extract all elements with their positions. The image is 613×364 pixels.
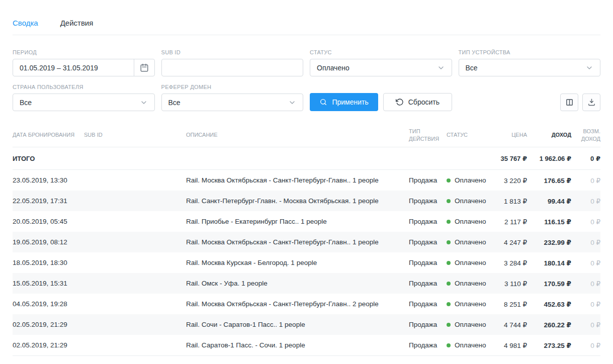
status-cell: Оплачено [447, 341, 491, 349]
booking-date-cell: 02.05.2019, 21:29 [13, 321, 84, 328]
apply-button[interactable]: Применить [310, 93, 378, 111]
action-type-cell: Продажа [409, 341, 447, 349]
column-header-booking-date[interactable]: ДАТА БРОНИРОВАНИЯ [13, 131, 84, 138]
user-country-select[interactable]: Все [13, 94, 155, 111]
column-header-price[interactable]: ЦЕНА [491, 131, 527, 138]
device-type-label: ТИП УСТРОЙСТВА [459, 49, 601, 55]
device-type-select[interactable]: Все [459, 59, 601, 76]
column-header-sub-id[interactable]: SUB ID [84, 131, 186, 138]
user-country-select-value: Все [20, 99, 32, 107]
status-paid-dot-icon [447, 240, 451, 244]
reset-button[interactable]: Сбросить [383, 93, 452, 111]
status-paid-dot-icon [447, 178, 451, 183]
price-cell: 4 247 ₽ [491, 238, 527, 246]
totals-row: ИТОГО 35 767 ₽ 1 962.06 ₽ 0 ₽ [13, 147, 600, 170]
action-type-cell: Продажа [409, 321, 447, 328]
totals-possible-income: 0 ₽ [571, 155, 600, 162]
price-cell: 4 981 ₽ [491, 341, 527, 349]
booking-date-cell: 22.05.2019, 17:31 [13, 197, 84, 205]
table-row: 18.05.2019, 18:30 Rail. Москва Курская -… [13, 252, 600, 273]
subid-label: SUB ID [161, 49, 304, 55]
subid-input[interactable] [161, 59, 304, 76]
columns-settings-button[interactable] [560, 94, 578, 111]
possible-income-cell: 0 ₽ [571, 321, 600, 329]
subid-filter: SUB ID [161, 49, 304, 76]
status-text: Оплачено [455, 341, 486, 349]
description-cell: Rail. Санкт-Петербург-Главн. - Москва Ок… [186, 197, 409, 205]
booking-date-cell: 04.05.2019, 19:28 [13, 300, 84, 308]
calendar-button[interactable] [134, 59, 154, 76]
description-cell: Rail. Саратов-1 Пасс. - Сочи. 1 people [186, 341, 409, 349]
calendar-icon [140, 63, 149, 72]
action-type-cell: Продажа [409, 259, 447, 266]
period-filter: ПЕРИОД [13, 49, 155, 76]
device-type-filter: ТИП УСТРОЙСТВА Все [459, 49, 601, 76]
status-text: Оплачено [455, 238, 486, 246]
statistics-page: Сводка Действия ПЕРИОД [0, 0, 613, 356]
price-cell: 8 251 ₽ [491, 300, 527, 308]
status-label: СТАТУС [310, 49, 452, 55]
column-header-income[interactable]: ДОХОД [527, 131, 571, 138]
price-cell: 4 744 ₽ [491, 321, 527, 329]
chevron-down-icon [585, 64, 593, 72]
action-type-cell: Продажа [409, 197, 447, 205]
referer-domain-select[interactable]: Все [161, 94, 304, 111]
column-header-status[interactable]: СТАТУС [447, 131, 491, 138]
action-type-cell: Продажа [409, 280, 447, 287]
download-button[interactable] [582, 94, 600, 111]
price-cell: 3 220 ₽ [491, 176, 527, 185]
status-filter: СТАТУС Оплачено [310, 49, 452, 76]
status-cell: Оплачено [447, 238, 491, 246]
tab-actions[interactable]: Действия [60, 19, 94, 35]
download-icon [587, 98, 596, 107]
columns-icon [565, 98, 574, 107]
status-cell: Оплачено [447, 197, 491, 205]
price-cell: 3 284 ₽ [491, 259, 527, 267]
status-cell: Оплачено [447, 321, 491, 328]
column-header-action-type[interactable]: ТИП ДЕЙСТВИЯ [409, 128, 447, 142]
referer-domain-filter: РЕФЕРЕР ДОМЕН Все [161, 84, 304, 111]
possible-income-cell: 0 ₽ [571, 218, 600, 226]
income-cell: 452.63 ₽ [527, 300, 571, 308]
status-paid-dot-icon [447, 261, 451, 265]
period-input[interactable] [13, 64, 134, 72]
table-row: 20.05.2019, 05:45 Rail. Приобье - Екатер… [13, 211, 600, 232]
table-row: 22.05.2019, 17:31 Rail. Санкт-Петербург-… [13, 191, 600, 211]
status-paid-dot-icon [447, 220, 451, 224]
income-cell: 170.59 ₽ [527, 280, 571, 288]
table-header: ДАТА БРОНИРОВАНИЯ SUB ID ОПИСАНИЕ ТИП ДЕ… [13, 123, 600, 147]
action-type-cell: Продажа [409, 176, 447, 184]
status-text: Оплачено [455, 176, 486, 184]
table-row: 04.05.2019, 19:28 Rail. Москва Октябрьск… [13, 294, 600, 314]
column-header-description[interactable]: ОПИСАНИЕ [186, 131, 409, 138]
table-row: 02.05.2019, 21:29 Rail. Саратов-1 Пасс. … [13, 335, 600, 355]
action-type-cell: Продажа [409, 238, 447, 246]
price-cell: 3 110 ₽ [491, 280, 527, 288]
income-cell: 176.65 ₽ [527, 176, 571, 185]
booking-date-cell: 20.05.2019, 05:45 [13, 218, 84, 225]
column-header-possible-income[interactable]: ВОЗМ. ДОХОД [571, 128, 600, 142]
possible-income-cell: 0 ₽ [571, 259, 600, 267]
period-control [13, 59, 155, 76]
status-text: Оплачено [455, 321, 486, 328]
search-icon [319, 98, 327, 106]
table-row: 02.05.2019, 21:29 Rail. Сочи - Саратов-1… [13, 314, 600, 335]
status-select[interactable]: Оплачено [310, 59, 452, 76]
actions-table: ДАТА БРОНИРОВАНИЯ SUB ID ОПИСАНИЕ ТИП ДЕ… [13, 123, 600, 356]
status-cell: Оплачено [447, 259, 491, 266]
status-text: Оплачено [455, 259, 486, 266]
status-select-value: Оплачено [317, 64, 349, 72]
chevron-down-icon [288, 99, 296, 107]
status-cell: Оплачено [447, 280, 491, 287]
description-cell: Rail. Москва Курская - Белгород. 1 peopl… [186, 259, 409, 266]
totals-income: 1 962.06 ₽ [527, 155, 571, 162]
status-paid-dot-icon [447, 282, 451, 286]
possible-income-cell: 0 ₽ [571, 300, 600, 308]
table-body: 23.05.2019, 13:30 Rail. Москва Октябрьск… [13, 170, 600, 356]
filter-actions: Применить Сбросить [310, 93, 452, 111]
tab-summary[interactable]: Сводка [13, 19, 38, 35]
possible-income-cell: 0 ₽ [571, 280, 600, 288]
action-type-cell: Продажа [409, 218, 447, 225]
status-cell: Оплачено [447, 218, 491, 225]
possible-income-cell: 0 ₽ [571, 197, 600, 205]
